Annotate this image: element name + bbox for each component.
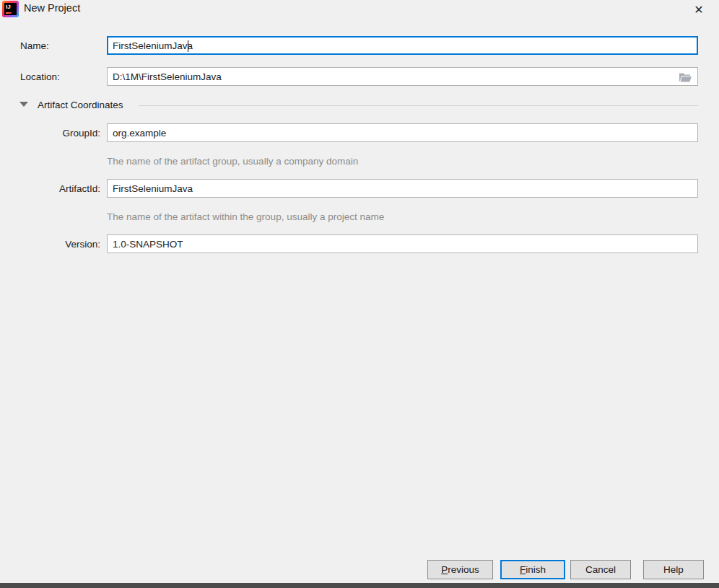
location-input[interactable] [108, 68, 697, 85]
name-label: Name: [20, 40, 49, 51]
groupid-input[interactable] [108, 124, 697, 141]
help-button-label: Help [663, 564, 684, 575]
previous-button[interactable]: Previous [427, 560, 493, 579]
groupid-label: GroupId: [53, 128, 100, 139]
window-title: New Project [24, 2, 80, 14]
intellij-logo-icon: IJ [2, 1, 19, 17]
close-icon: ✕ [694, 3, 703, 17]
version-field[interactable] [107, 234, 698, 253]
section-title: Artifact Coordinates [38, 100, 123, 110]
groupid-hint: The name of the artifact group, usually … [107, 156, 358, 167]
artifactid-field[interactable] [107, 179, 698, 198]
intellij-logo-inner: IJ [4, 3, 17, 15]
artifactid-hint: The name of the artifact within the grou… [107, 211, 384, 222]
version-input[interactable] [108, 235, 697, 253]
artifactid-label: ArtifactId: [53, 183, 100, 194]
intellij-logo-text: IJ [6, 4, 11, 10]
name-field[interactable] [107, 36, 698, 55]
intellij-logo-dash [6, 12, 12, 14]
finish-button[interactable]: Finish [500, 560, 565, 579]
collapse-arrow-icon[interactable] [19, 102, 28, 107]
cancel-button[interactable]: Cancel [570, 560, 631, 579]
section-divider [139, 105, 698, 106]
previous-button-label: Previous [441, 564, 479, 575]
name-input[interactable] [108, 38, 697, 53]
text-caret [188, 40, 188, 52]
help-button[interactable]: Help [643, 560, 704, 579]
version-label: Version: [53, 239, 100, 250]
location-field[interactable] [107, 67, 698, 86]
finish-button-label: Finish [520, 564, 546, 575]
close-button[interactable]: ✕ [686, 0, 712, 19]
folder-icon [679, 72, 692, 82]
artifactid-input[interactable] [108, 180, 697, 197]
location-label: Location: [20, 71, 60, 82]
window-bottom-edge [0, 583, 719, 588]
browse-button[interactable] [677, 70, 693, 84]
groupid-field[interactable] [107, 123, 698, 142]
cancel-button-label: Cancel [585, 564, 616, 575]
